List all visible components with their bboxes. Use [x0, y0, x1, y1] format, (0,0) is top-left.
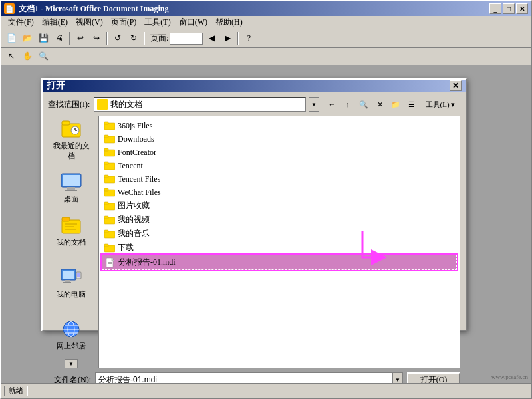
- main-toolbar: 📄 📂 💾 🖨 ↩ ↪ ↺ ↻ 页面: ◀ ▶ ?: [1, 29, 531, 48]
- cursor-tool[interactable]: ↖: [4, 49, 19, 64]
- zoom-tool[interactable]: 🔍: [36, 49, 51, 64]
- file-item[interactable]: WeChat Files: [102, 186, 457, 199]
- file-item-name: 下载: [118, 242, 134, 253]
- menu-file[interactable]: 文件(F): [4, 15, 38, 29]
- close-button[interactable]: ✕: [516, 3, 528, 14]
- file-item[interactable]: 下载: [102, 241, 457, 255]
- recent-icon: [61, 118, 82, 140]
- page-next-button[interactable]: ▶: [220, 31, 235, 46]
- dialog-views-button[interactable]: ☰: [404, 97, 419, 112]
- left-item-recent[interactable]: 我最近的文档: [50, 116, 93, 164]
- left-item-mycomp[interactable]: 我的电脑: [50, 264, 93, 302]
- filename-input[interactable]: [95, 372, 392, 383]
- file-list[interactable]: 360js FilesDownloadsFontCreatorTencentTe…: [98, 116, 460, 368]
- menu-edit[interactable]: 编辑(E): [38, 15, 72, 29]
- main-window: 📄 文档1 - Microsoft Office Document Imagin…: [0, 0, 532, 399]
- left-panel-scroll-down[interactable]: ▼: [65, 359, 78, 368]
- svg-rect-13: [65, 229, 76, 230]
- menu-window[interactable]: 窗口(W): [175, 15, 211, 29]
- dialog-back-button[interactable]: ←: [325, 97, 339, 112]
- toolbar-rotate-left[interactable]: ↺: [110, 31, 125, 46]
- left-item-network[interactable]: 网上邻居: [50, 316, 93, 354]
- toolbar-save[interactable]: 💾: [36, 31, 51, 46]
- folder-item-icon: [104, 120, 115, 131]
- svg-rect-17: [63, 282, 71, 283]
- dialog-up-button[interactable]: ↑: [340, 97, 355, 112]
- svg-rect-36: [104, 188, 108, 191]
- file-item[interactable]: 分析报告-01.mdi: [102, 255, 457, 270]
- file-item-icon-img: [105, 257, 116, 268]
- svg-rect-47: [108, 262, 112, 263]
- separator-1: [69, 32, 70, 45]
- svg-rect-28: [104, 135, 108, 138]
- svg-rect-40: [104, 216, 108, 219]
- file-item-name: WeChat Files: [118, 188, 161, 198]
- svg-rect-49: [108, 265, 111, 265]
- left-item-desktop[interactable]: 桌面: [50, 169, 93, 207]
- file-item[interactable]: FontCreator: [102, 146, 457, 159]
- folder-item-icon: [104, 201, 115, 211]
- file-item[interactable]: Downloads: [102, 132, 457, 146]
- toolbar-redo[interactable]: ↪: [89, 31, 104, 46]
- folder-item-icon: [104, 187, 115, 198]
- svg-rect-15: [63, 271, 74, 279]
- separator-2: [106, 32, 108, 45]
- left-item-mydoc[interactable]: 我的文档: [50, 212, 93, 250]
- file-item[interactable]: 图片收藏: [102, 199, 457, 213]
- folder-item-icon: [104, 160, 115, 171]
- folder-item-icon: [104, 229, 115, 239]
- toolbar-scan[interactable]: 🖨: [52, 31, 66, 46]
- svg-rect-16: [65, 280, 70, 282]
- file-item-name: Tencent Files: [118, 174, 160, 184]
- file-item-name: 360js Files: [118, 121, 152, 131]
- menu-page[interactable]: 页面(P): [107, 15, 141, 29]
- page-label: 页面:: [150, 33, 168, 44]
- maximize-button[interactable]: □: [503, 3, 515, 14]
- dialog-delete-button[interactable]: ✕: [372, 97, 387, 112]
- watermark: www.pcsafe.cn: [491, 374, 528, 380]
- dialog-search-button[interactable]: 🔍: [356, 97, 371, 112]
- dialog-close-button[interactable]: ✕: [450, 80, 462, 91]
- help-button[interactable]: ?: [241, 31, 256, 46]
- address-value: 我的文档: [110, 99, 303, 110]
- left-panel-divider: [53, 257, 90, 257]
- hand-tool[interactable]: ✋: [20, 49, 35, 64]
- app-icon: 📄: [4, 3, 15, 14]
- file-item-name: 图片收藏: [118, 200, 150, 211]
- toolbar-new[interactable]: 📄: [4, 31, 19, 46]
- dialog-tools-dropdown[interactable]: 工具(L) ▾: [420, 97, 460, 112]
- menu-help[interactable]: 帮助(H): [211, 15, 247, 29]
- status-bar: 就绪: [1, 383, 531, 398]
- page-prev-button[interactable]: ◀: [204, 31, 219, 46]
- minimize-button[interactable]: _: [489, 3, 501, 14]
- dialog-newfolder-button[interactable]: 📁: [388, 97, 403, 112]
- toolbar-open[interactable]: 📂: [20, 31, 35, 46]
- file-item-name: 分析报告-01.mdi: [118, 257, 176, 268]
- page-input[interactable]: [170, 33, 203, 45]
- file-item-name: FontCreator: [118, 148, 156, 158]
- open-button[interactable]: 打开(O): [407, 372, 460, 383]
- menu-tools[interactable]: 工具(T): [140, 15, 174, 29]
- status-text: 就绪: [4, 386, 28, 396]
- svg-rect-12: [65, 226, 74, 227]
- svg-rect-6: [67, 187, 75, 190]
- left-panel-divider2: [53, 309, 90, 309]
- svg-rect-32: [104, 162, 108, 164]
- dialog-toolbar: ← ↑ 🔍 ✕ 📁 ☰ 工具(L) ▾: [325, 97, 460, 112]
- toolbar-rotate-right[interactable]: ↻: [126, 31, 141, 46]
- file-item[interactable]: Tencent Files: [102, 172, 457, 186]
- mycomp-icon: [61, 267, 82, 288]
- file-item[interactable]: 我的视频: [102, 213, 457, 227]
- file-item-name: 我的视频: [118, 214, 150, 225]
- file-item-name: Tencent: [118, 161, 143, 171]
- svg-rect-34: [104, 175, 108, 178]
- toolbar-undo[interactable]: ↩: [73, 31, 88, 46]
- menu-view[interactable]: 视图(V): [72, 15, 107, 29]
- filename-dropdown[interactable]: ▼: [392, 372, 403, 383]
- address-combo[interactable]: 我的文档: [94, 97, 306, 112]
- file-item[interactable]: Tencent: [102, 159, 457, 172]
- network-icon: [61, 319, 82, 340]
- file-item[interactable]: 360js Files: [102, 119, 457, 132]
- file-item[interactable]: 我的音乐: [102, 227, 457, 241]
- address-dropdown-arrow[interactable]: ▼: [309, 97, 319, 112]
